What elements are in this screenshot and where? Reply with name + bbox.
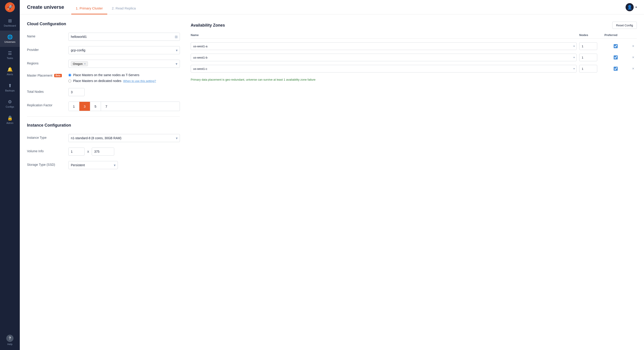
az2-remove-button[interactable]: × (630, 55, 637, 59)
sidebar-item-alerts[interactable]: 🔔 Alerts (0, 63, 20, 79)
volume-info-inputs: x (68, 147, 180, 156)
regions-label: Regions (27, 60, 63, 65)
master-placement-row: Master Placement Beta Place Masters on t… (27, 73, 180, 83)
tabs: 1. Primary Cluster 2. Read Replica (71, 0, 140, 15)
sidebar-item-backups[interactable]: ⬆ Backups (0, 79, 20, 95)
volume-x-label: x (87, 149, 89, 154)
replication-factor-label: Replication Factor (27, 102, 63, 107)
main-content: Create universe 1. Primary Cluster 2. Re… (20, 0, 644, 350)
rf-btn-3[interactable]: 3 (80, 102, 90, 111)
az-table-header: Name Nodes Preferred (191, 33, 637, 39)
name-input[interactable] (68, 33, 180, 41)
replication-factor-buttons: 1 3 5 7 (68, 102, 180, 111)
instance-type-row: Instance Type n1-standard-8 (8 cores, 30… (27, 134, 180, 142)
grid-icon: ⊞ (175, 35, 178, 39)
name-input-wrapper: ⊞ (68, 33, 180, 41)
az1-nodes-input[interactable] (579, 42, 597, 50)
radio-same-nodes[interactable]: Place Masters on the same nodes as T-Ser… (68, 73, 156, 77)
sidebar-item-help[interactable]: ? Help (0, 332, 20, 348)
az-row-3: us-west1-c × (191, 63, 637, 74)
storage-type-row: Storage Type (SSD) Persistent (27, 161, 180, 169)
provider-row: Provider gcp-config (27, 46, 180, 54)
az-header: Availability Zones Reset Config (191, 22, 637, 29)
provider-select[interactable]: gcp-config (68, 46, 180, 54)
total-nodes-input[interactable] (68, 88, 84, 96)
dashboard-icon: ⊞ (8, 18, 12, 24)
volume-count-input[interactable] (68, 147, 84, 156)
alerts-icon: 🔔 (7, 67, 13, 72)
region-tag-label: Oregon (73, 62, 82, 66)
az2-preferred-checkbox[interactable] (614, 55, 618, 59)
geo-redundant-message: Primary data placement is geo-redundant,… (191, 78, 637, 81)
sidebar-item-admin[interactable]: 🔒 Admin (0, 112, 20, 128)
total-nodes-control (68, 88, 180, 96)
provider-label: Provider (27, 46, 63, 52)
reset-config-button[interactable]: Reset Config (612, 22, 637, 29)
regions-select-wrapper[interactable]: Oregon × ▾ (68, 60, 180, 68)
instance-config-title: Instance Configuration (27, 123, 180, 128)
sidebar-item-tasks[interactable]: ☰ Tasks (0, 47, 20, 63)
az2-select[interactable]: us-west1-b (191, 54, 576, 61)
master-placement-label-group: Master Placement Beta (27, 73, 63, 77)
volume-size-input[interactable] (92, 147, 114, 156)
app-logo: 🚀 (5, 2, 15, 12)
when-to-use-link[interactable]: When to use this setting? (123, 79, 156, 83)
storage-type-select[interactable]: Persistent (68, 161, 118, 169)
radio-same-nodes-input[interactable] (68, 74, 71, 77)
rf-btn-5[interactable]: 5 (90, 102, 101, 111)
tasks-icon: ☰ (8, 51, 12, 56)
rf-btn-7[interactable]: 7 (101, 102, 112, 111)
user-avatar[interactable]: 👤 (626, 3, 634, 11)
radio-same-nodes-label: Place Masters on the same nodes as T-Ser… (73, 73, 140, 77)
az3-select[interactable]: us-west1-c (191, 65, 576, 73)
regions-control: Oregon × ▾ (68, 60, 180, 68)
az2-preferred-cell (604, 55, 627, 59)
az-table: Name Nodes Preferred us-west1-a (191, 33, 637, 74)
instance-type-control: n1-standard-8 (8 cores, 30GB RAM) (68, 134, 180, 142)
az1-remove-button[interactable]: × (630, 44, 637, 48)
storage-type-label: Storage Type (SSD) (27, 161, 63, 166)
storage-type-select-wrapper: Persistent (68, 161, 118, 169)
az3-remove-button[interactable]: × (630, 67, 637, 71)
sidebar-item-dashboard[interactable]: ⊞ Dashboard (0, 15, 20, 31)
instance-type-select-wrapper: n1-standard-8 (8 cores, 30GB RAM) (68, 134, 180, 142)
section-divider (27, 116, 180, 117)
az3-nodes-input[interactable] (579, 65, 597, 73)
backups-icon: ⬆ (8, 83, 12, 88)
chevron-down-icon: ▾ (636, 6, 637, 9)
sidebar-item-universes[interactable]: 🌐 Universes (0, 31, 20, 47)
az-col-nodes: Nodes (579, 33, 602, 37)
regions-chevron-icon: ▾ (176, 62, 178, 66)
beta-badge: Beta (54, 74, 62, 77)
total-nodes-row: Total Nodes (27, 88, 180, 96)
az2-nodes-input[interactable] (579, 54, 597, 61)
radio-dedicated-nodes-input[interactable] (68, 80, 71, 82)
sidebar-logo: 🚀 (0, 0, 20, 15)
rf-btn-1[interactable]: 1 (68, 102, 80, 111)
sidebar-item-configs[interactable]: ⚙ Configs (0, 95, 20, 112)
radio-dedicated-nodes[interactable]: Place Masters on dedicated nodes When to… (68, 79, 156, 83)
tab-read-replica[interactable]: 2. Read Replica (107, 6, 140, 15)
master-placement-radios: Place Masters on the same nodes as T-Ser… (68, 73, 156, 83)
az3-preferred-checkbox[interactable] (614, 67, 618, 71)
master-placement-label: Master Placement (27, 74, 52, 77)
az-col-preferred: Preferred (604, 33, 627, 37)
page-title: Create universe (27, 4, 64, 10)
name-control: ⊞ (68, 33, 180, 41)
az1-select-wrapper: us-west1-a (191, 42, 576, 50)
admin-icon: 🔒 (7, 115, 13, 121)
header: Create universe 1. Primary Cluster 2. Re… (20, 0, 644, 15)
sidebar: 🚀 ⊞ Dashboard 🌐 Universes ☰ Tasks 🔔 Aler… (0, 0, 20, 350)
universes-icon: 🌐 (7, 34, 13, 40)
help-icon: ? (6, 335, 14, 342)
az-col-actions (630, 33, 637, 37)
az1-preferred-checkbox[interactable] (614, 44, 618, 48)
region-tag-oregon: Oregon × (71, 61, 88, 66)
instance-type-select[interactable]: n1-standard-8 (8 cores, 30GB RAM) (68, 134, 180, 142)
sidebar-bottom: ? Help (0, 332, 20, 348)
name-label: Name (27, 33, 63, 38)
region-tag-remove[interactable]: × (84, 62, 86, 66)
az-row-2: us-west1-b × (191, 52, 637, 63)
az1-select[interactable]: us-west1-a (191, 42, 576, 50)
tab-primary-cluster[interactable]: 1. Primary Cluster (71, 6, 107, 15)
